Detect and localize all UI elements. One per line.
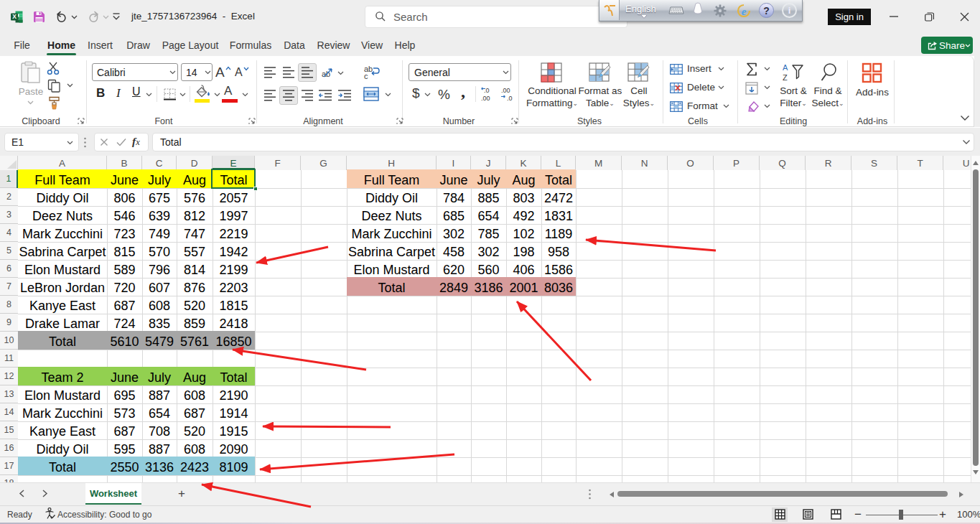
svg-text:.00: .00 [481, 95, 490, 102]
svg-text:A: A [783, 63, 788, 72]
svg-text:.0: .0 [484, 87, 490, 94]
svg-text:Z: Z [783, 73, 788, 82]
svg-text:.0: .0 [507, 95, 513, 102]
svg-text:.00: .00 [501, 87, 510, 94]
svg-text:e: e [742, 6, 747, 17]
svg-text:c: c [364, 72, 368, 80]
svg-text:X: X [12, 13, 17, 20]
